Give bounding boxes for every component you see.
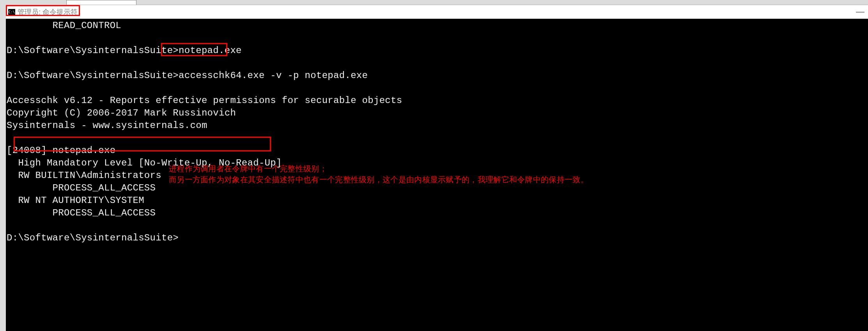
command-text: notepad.exe	[179, 45, 242, 56]
output-line: RW BUILTIN\Administrators	[7, 170, 161, 181]
window-title: 管理员: 命令提示符	[18, 7, 78, 17]
output-line: [24008] notepad.exe	[7, 145, 115, 156]
titlebar[interactable]: C:\ 管理员: 命令提示符	[6, 5, 868, 19]
desktop-background: C:\ 管理员: 命令提示符 — READ_CONTROL D:\Softwar…	[0, 0, 868, 331]
output-line: D:\Software\SysinternalsSuite>accesschk6…	[7, 70, 368, 81]
terminal-output[interactable]: READ_CONTROL D:\Software\SysinternalsSui…	[6, 19, 868, 331]
output-line: PROCESS_ALL_ACCESS	[7, 208, 156, 218]
output-line: READ_CONTROL	[7, 20, 121, 31]
cmd-icon: C:\	[8, 9, 15, 15]
window-controls: —	[852, 5, 868, 19]
annotation-line-1: 进程作为调用者在令牌中有一个完整性级别；	[169, 163, 327, 174]
output-line: RW NT AUTHORITY\SYSTEM	[7, 195, 144, 206]
background-window-fragment	[66, 0, 136, 5]
prompt-text: D:\Software\SysinternalsSuite>	[7, 233, 179, 243]
prompt-text: D:\Software\SysinternalsSuite>	[7, 45, 179, 56]
output-line: Sysinternals - www.sysinternals.com	[7, 120, 207, 131]
output-line: PROCESS_ALL_ACCESS	[7, 183, 156, 193]
annotation-line-2: 而另一方面作为对象在其安全描述符中也有一个完整性级别，这个是由内核显示赋予的，我…	[169, 174, 588, 185]
output-line: Copyright (C) 2006-2017 Mark Russinovich	[7, 108, 236, 118]
minimize-button[interactable]: —	[856, 7, 864, 17]
output-line: Accesschk v6.12 - Reports effective perm…	[7, 95, 402, 106]
